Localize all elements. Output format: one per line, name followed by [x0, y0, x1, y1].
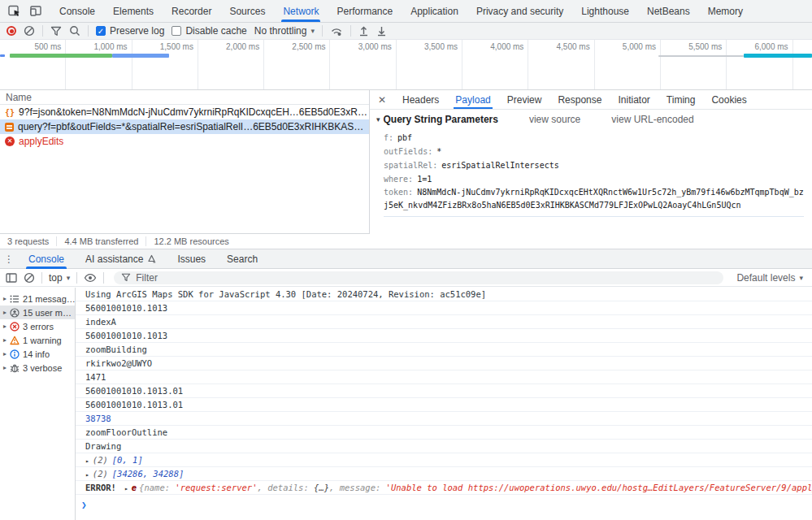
tab-lighthouse[interactable]: Lighthouse — [572, 0, 638, 22]
timeline-tick: 6,000 ms — [727, 40, 792, 89]
tab-cookies[interactable]: Cookies — [703, 90, 754, 109]
disable-cache-checkbox[interactable]: Disable cache — [172, 25, 246, 37]
preserve-log-checkbox[interactable]: ✓ Preserve log — [96, 25, 164, 37]
view-source-link[interactable]: view source — [529, 114, 580, 125]
tab-application[interactable]: Application — [402, 0, 467, 22]
console-log-row[interactable]: rkirkwo2@UWYO — [76, 357, 812, 370]
console-prompt[interactable]: ❯ — [76, 495, 812, 510]
transferred-size: 4.4 MB transferred — [57, 236, 146, 246]
tab-console[interactable]: Console — [50, 0, 104, 22]
search-icon[interactable] — [69, 25, 80, 37]
disclosure-icon: ▸ — [3, 336, 7, 344]
console-log-row[interactable]: 56001001010.1013 — [76, 301, 812, 315]
tab-memory[interactable]: Memory — [699, 0, 752, 22]
console-log-row[interactable]: indexA — [76, 315, 812, 329]
info-icon — [10, 349, 20, 359]
disclosure-icon: ▸ — [3, 323, 7, 330]
console-log-row[interactable]: zoomFloorOutline — [76, 426, 812, 440]
tab-payload[interactable]: Payload — [447, 90, 498, 109]
tab-response[interactable]: Response — [549, 90, 610, 109]
console-filter-field[interactable] — [114, 271, 723, 284]
tab-privacy-and-security[interactable]: Privacy and security — [467, 0, 572, 22]
tab-timing[interactable]: Timing — [658, 90, 704, 109]
expand-icon[interactable]: ▸ — [85, 457, 89, 465]
clear-console-icon[interactable] — [24, 272, 35, 284]
console-sidebar-toggle-icon[interactable] — [6, 273, 17, 283]
query-parameters-list: f:pbf outFields:* spatialRel:esriSpatial… — [370, 129, 812, 217]
console-toolbar: top ▾ Default levels ▾ — [0, 269, 812, 287]
device-toolbar-icon[interactable] — [29, 5, 42, 17]
console-prompt-icon: ❯ — [81, 500, 87, 510]
console-filter-input[interactable] — [136, 272, 716, 284]
console-log-row[interactable]: Drawing — [76, 440, 812, 453]
console-log-row[interactable]: zoomBuilding — [76, 343, 812, 357]
javascript-context-dropdown[interactable]: top ▾ — [49, 272, 70, 284]
clear-network-log-icon[interactable] — [24, 25, 35, 37]
filter-icon[interactable] — [50, 26, 62, 37]
console-number-row[interactable]: 38738 — [76, 412, 812, 426]
network-request-row-error[interactable]: ✕ applyEdits — [0, 134, 369, 149]
tab-performance[interactable]: Performance — [328, 0, 402, 22]
network-overview-timeline[interactable]: 500 ms 1,000 ms 1,500 ms 2,000 ms 2,500 … — [0, 40, 812, 90]
tab-network[interactable]: Network — [274, 0, 328, 22]
request-detail-panel: ✕ Headers Payload Preview Response Initi… — [370, 90, 812, 249]
record-network-log-button[interactable] — [7, 26, 16, 36]
disclosure-icon: ▸ — [3, 350, 7, 358]
sidebar-item-info[interactable]: ▸ 14 info — [0, 347, 75, 361]
console-log-row[interactable]: 56001001010.1013.01 — [76, 398, 812, 412]
console-error-row[interactable]: ERROR!▸e{name: 'request:server', details… — [76, 481, 812, 495]
drawer-tab-console[interactable]: Console — [18, 249, 75, 268]
network-request-row[interactable]: {} 9?f=json&token=N8NmMdcN-jNuCdmv7ykrni… — [0, 105, 369, 119]
close-icon[interactable]: ✕ — [370, 94, 394, 106]
import-har-icon[interactable] — [358, 25, 369, 37]
name-column-header[interactable]: Name — [0, 90, 369, 105]
console-log-row[interactable]: Using ArcGIS Maps SDK for JavaScript 4.3… — [76, 288, 812, 301]
tab-sources[interactable]: Sources — [220, 0, 274, 22]
tab-netbeans[interactable]: NetBeans — [638, 0, 699, 22]
expand-icon[interactable]: ▸ — [85, 471, 89, 479]
view-url-encoded-link[interactable]: view URL-encoded — [611, 114, 693, 125]
throttling-dropdown[interactable]: No throttling ▾ — [254, 25, 315, 37]
log-levels-dropdown[interactable]: Default levels ▾ — [736, 272, 806, 284]
sidebar-item-warnings[interactable]: ▸ 1 warning — [0, 333, 75, 347]
timeline-bar-idle — [658, 55, 744, 57]
console-array-row[interactable]: ▸(2)[34286, 34288] — [76, 467, 812, 481]
tab-initiator[interactable]: Initiator — [610, 90, 658, 109]
disclosure-icon: ▸ — [3, 309, 7, 316]
console-log-row[interactable]: 56001001010.1013.01 — [76, 384, 812, 398]
console-log-row[interactable]: 1471 — [76, 370, 812, 384]
drawer-tab-ai-assistance[interactable]: AI assistance — [75, 249, 167, 268]
network-status-bar: 3 requests 4.4 MB transferred 12.2 MB re… — [0, 233, 370, 249]
expand-icon[interactable]: ▸ — [124, 485, 128, 492]
disclosure-open-icon[interactable]: ▾ — [376, 115, 380, 124]
timeline-tick: 500 ms — [0, 40, 66, 89]
query-param: where:1=1 — [384, 172, 804, 186]
data-file-icon — [5, 123, 14, 132]
devtools-action-icons — [0, 0, 50, 22]
error-icon: ✕ — [5, 136, 15, 146]
drawer-tab-search[interactable]: Search — [216, 249, 268, 268]
tab-elements[interactable]: Elements — [104, 0, 163, 22]
json-file-icon: {} — [5, 108, 15, 117]
sidebar-item-errors[interactable]: ▸ 3 errors — [0, 319, 75, 333]
tab-headers[interactable]: Headers — [394, 90, 447, 109]
network-request-row-selected[interactable]: query?f=pbf&outFields=*&spatialRel=esriS… — [0, 119, 369, 134]
drawer-tab-issues[interactable]: Issues — [167, 249, 216, 268]
network-request-list: Name {} 9?f=json&token=N8NmMdcN-jNuCdmv7… — [0, 90, 370, 233]
devtools-tabbar: Console Elements Recorder Sources Networ… — [0, 0, 812, 23]
live-expression-eye-icon[interactable] — [84, 273, 97, 283]
inspect-element-icon[interactable] — [8, 5, 21, 17]
tab-preview[interactable]: Preview — [499, 90, 550, 109]
checkbox-unchecked-icon — [172, 26, 181, 36]
sidebar-item-messages[interactable]: ▸ 21 messag… — [0, 292, 75, 306]
tab-recorder[interactable]: Recorder — [163, 0, 220, 22]
network-conditions-icon[interactable] — [330, 25, 343, 37]
console-log-row[interactable]: 56001001010.1013 — [76, 329, 812, 343]
sidebar-item-user-messages[interactable]: ▸ 15 user m… — [0, 306, 75, 319]
console-array-row[interactable]: ▸(2)[0, 1] — [76, 453, 812, 467]
user-icon — [10, 308, 20, 318]
section-title[interactable]: Query String Parameters — [384, 114, 498, 125]
more-tools-kebab-icon[interactable]: ⋮ — [0, 254, 18, 265]
export-har-icon[interactable] — [376, 25, 387, 37]
sidebar-item-verbose[interactable]: ▸ 3 verbose — [0, 361, 75, 375]
